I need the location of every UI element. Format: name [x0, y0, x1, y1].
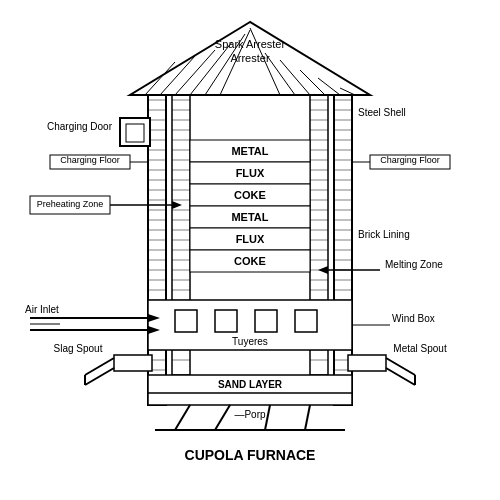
svg-rect-153: [126, 124, 144, 142]
flux2-label: FLUX: [236, 233, 265, 245]
sand-layer-label: SAND LAYER: [218, 379, 283, 390]
melting-zone-label: Melting Zone: [385, 259, 443, 270]
coke1-label: COKE: [234, 189, 266, 201]
charging-floor-right-label: Charging Floor: [380, 155, 440, 165]
air-inlet-label: Air Inlet: [25, 304, 59, 315]
svg-rect-154: [114, 355, 152, 371]
metal-spout-label: Metal Spout: [393, 343, 447, 354]
spark-arrester-label2: Arrester: [230, 52, 269, 64]
diagram-container: Spark Arrester Arrester Charging Door St…: [0, 0, 500, 500]
brick-lining-label: Brick Lining: [358, 229, 410, 240]
tuyeres-label: Tuyeres: [232, 336, 268, 347]
slag-spout-label: Slag Spout: [54, 343, 103, 354]
coke2-label: COKE: [234, 255, 266, 267]
furnace-title: CUPOLA FURNACE: [185, 447, 316, 463]
svg-rect-146: [148, 393, 352, 405]
metal2-label: METAL: [231, 211, 268, 223]
svg-rect-141: [175, 310, 197, 332]
charging-door-label: Charging Door: [47, 121, 113, 132]
steel-shell-label: Steel Shell: [358, 107, 406, 118]
wind-box-label: Wind Box: [392, 313, 435, 324]
spark-arrester-label: Spark Arrester: [215, 38, 286, 50]
metal1-label: METAL: [231, 145, 268, 157]
svg-rect-144: [295, 310, 317, 332]
charging-floor-left-label: Charging Floor: [60, 155, 120, 165]
svg-rect-143: [255, 310, 277, 332]
svg-rect-142: [215, 310, 237, 332]
flux1-label: FLUX: [236, 167, 265, 179]
prop-label: —Porp: [234, 409, 266, 420]
svg-rect-158: [348, 355, 386, 371]
preheating-zone-label: Preheating Zone: [37, 199, 104, 209]
